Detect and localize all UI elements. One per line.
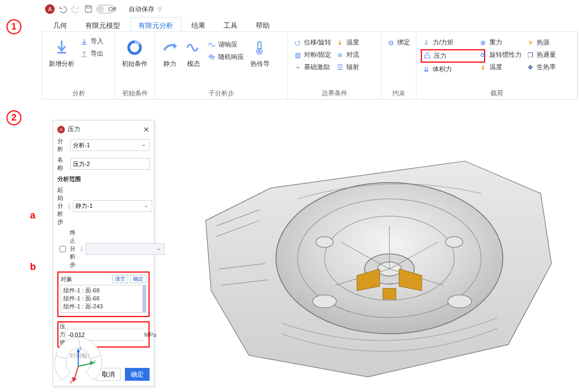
svg-point-21 xyxy=(316,237,333,247)
name-label: 名称 xyxy=(57,156,68,172)
temperature-load-button[interactable]: 🌡温度 xyxy=(479,63,522,72)
convection-button[interactable]: ≋对流 xyxy=(336,50,359,59)
tie-label: 绑定 xyxy=(397,38,410,47)
temperature-load-label: 温度 xyxy=(489,63,502,72)
random-icon xyxy=(207,53,216,62)
import-label: 导入 xyxy=(91,37,103,46)
disp-rot-icon: ⭯ xyxy=(293,39,302,47)
sym-fix-icon: ▥ xyxy=(293,51,302,59)
ribbon-group-analysis: 新增分析 导入 导出 分析 xyxy=(42,32,115,99)
gravity-icon: ⊕ xyxy=(479,39,487,47)
sym-fix-button[interactable]: ▥对称/固定 xyxy=(293,50,331,59)
end-step-label: 终止分析步 xyxy=(70,229,79,269)
annotation-marker-2: 2 xyxy=(6,110,21,125)
end-step-select[interactable] xyxy=(85,243,165,255)
heat-gen-label: 生热率 xyxy=(537,63,556,72)
svg-marker-30 xyxy=(72,377,77,382)
ribbon: 新增分析 导入 导出 分析 初始条件 xyxy=(42,31,578,100)
clear-objects-button[interactable]: 清空 xyxy=(112,275,128,283)
new-analysis-label: 新增分析 xyxy=(49,59,75,69)
random-button[interactable]: 随机响应 xyxy=(207,52,244,62)
temperature-bc-button[interactable]: 🌡温度 xyxy=(336,38,359,47)
svg-point-6 xyxy=(258,50,261,53)
panel-app-icon: A xyxy=(57,126,65,133)
marker-1-text: 1 xyxy=(11,21,16,32)
redo-icon[interactable] xyxy=(71,4,80,14)
close-icon[interactable]: ✕ xyxy=(143,125,150,134)
axis-y-label: y xyxy=(93,359,96,364)
harmonic-button[interactable]: 谐响应 xyxy=(207,40,244,49)
pressure-value-unit: MPa xyxy=(144,329,157,341)
view-navigator[interactable]: z y x xyxy=(51,334,105,388)
ribbon-group-load: ⇩力/力矩 凸压力 ⇊体积力 ⊕重力 ⟳旋转惯性力 🌡温度 ☀热源 ❒热通量 ❖… xyxy=(417,32,577,99)
static-button[interactable]: 静力 xyxy=(158,35,182,69)
list-item[interactable]: 组件-1 : 面-66 xyxy=(63,295,144,303)
heat-flux-button[interactable]: ❒热通量 xyxy=(526,50,556,59)
object-section-label: 对象 xyxy=(61,275,72,283)
initial-cond-button[interactable]: 初始条件 xyxy=(118,35,151,69)
static-icon xyxy=(160,38,180,57)
radiation-button[interactable]: ☲辐射 xyxy=(336,63,359,72)
radiation-icon: ☲ xyxy=(336,63,344,72)
base-exc-button[interactable]: ⌁基础激励 xyxy=(293,63,331,72)
force-moment-button[interactable]: ⇩力/力矩 xyxy=(422,38,474,47)
harmonic-icon xyxy=(207,41,216,49)
heat-button[interactable]: 热传导 xyxy=(246,35,274,69)
start-step-select[interactable] xyxy=(73,200,152,212)
body-force-button[interactable]: ⇊体积力 xyxy=(422,65,474,74)
tie-button[interactable]: ⧉绑定 xyxy=(387,38,410,47)
list-item[interactable]: 组件-1 : 面-68 xyxy=(63,287,144,295)
group-title-bc: 边界条件 xyxy=(291,88,377,98)
list-item[interactable]: 组件-1 : 面-243 xyxy=(63,303,144,311)
app-icon[interactable]: A xyxy=(45,4,55,14)
group-title-constraint: 约束 xyxy=(384,88,413,98)
convection-label: 对流 xyxy=(346,50,359,59)
heat-source-label: 热源 xyxy=(537,38,550,47)
modal-button[interactable]: 模态 xyxy=(182,35,205,69)
object-list[interactable]: 组件-1 : 面-68 组件-1 : 面-66 组件-1 : 面-243 xyxy=(61,285,146,313)
group-title-load: 载荷 xyxy=(420,88,574,98)
disp-rot-button[interactable]: ⭯位移/旋转 xyxy=(293,38,331,47)
end-step-checkbox[interactable] xyxy=(60,246,66,252)
gravity-button[interactable]: ⊕重力 xyxy=(479,38,522,47)
rot-inertia-button[interactable]: ⟳旋转惯性力 xyxy=(479,50,522,59)
harmonic-label: 谐响应 xyxy=(218,40,237,49)
pressure-button[interactable]: 凸压力 xyxy=(421,49,485,63)
export-button[interactable]: 导出 xyxy=(80,49,103,58)
body-force-icon: ⇊ xyxy=(422,65,430,74)
group-title-substep: 子分析步 xyxy=(158,88,284,98)
base-exc-label: 基础激励 xyxy=(304,63,330,72)
import-icon xyxy=(80,37,88,46)
new-analysis-button[interactable]: 新增分析 xyxy=(46,35,78,69)
modal-label: 模态 xyxy=(187,59,200,69)
confirm-objects-button[interactable]: 确定 xyxy=(130,275,146,283)
help-icon[interactable]: ? xyxy=(68,203,71,209)
axis-z-label: z xyxy=(79,346,82,351)
viewport-3d[interactable] xyxy=(161,107,575,388)
name-input[interactable] xyxy=(70,158,150,170)
force-moment-icon: ⇩ xyxy=(422,39,430,47)
annotation-marker-b: b xyxy=(30,261,36,273)
analysis-label: 分析 xyxy=(57,137,68,153)
radiation-label: 辐射 xyxy=(346,63,359,72)
pressure-icon: 凸 xyxy=(423,52,432,61)
temperature-icon: 🌡 xyxy=(479,63,487,72)
heat-gen-button[interactable]: ❖生热率 xyxy=(526,63,556,72)
pressure-label: 压力 xyxy=(434,51,447,61)
temperature-bc-label: 温度 xyxy=(346,38,359,47)
help-icon-2[interactable]: ? xyxy=(80,246,83,252)
heat-source-icon: ☀ xyxy=(526,39,535,47)
temperature-bc-icon: 🌡 xyxy=(336,39,344,47)
ribbon-group-initial: 初始条件 初始条件 xyxy=(115,32,155,99)
new-analysis-icon xyxy=(52,38,71,57)
ok-button[interactable]: 确定 xyxy=(125,368,150,381)
object-section: 对象 清空 确定 组件-1 : 面-68 组件-1 : 面-66 组件-1 : … xyxy=(57,272,150,317)
undo-icon[interactable] xyxy=(58,4,68,14)
qat-overflow-icon[interactable]: ▽ xyxy=(158,6,162,12)
analysis-select[interactable] xyxy=(70,139,150,151)
save-icon[interactable] xyxy=(84,4,93,14)
import-button[interactable]: 导入 xyxy=(80,37,103,46)
heat-source-button[interactable]: ☀热源 xyxy=(526,38,556,47)
heat-label: 热传导 xyxy=(250,59,270,69)
body-force-label: 体积力 xyxy=(433,65,452,74)
